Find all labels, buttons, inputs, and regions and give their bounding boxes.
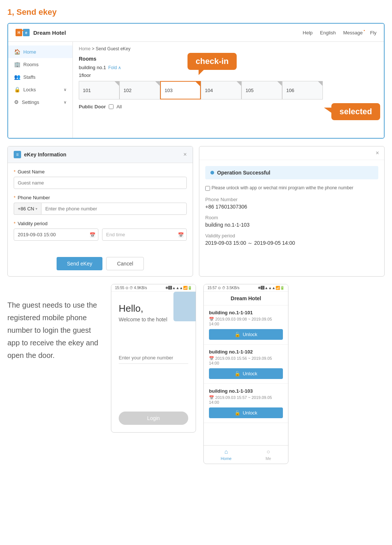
all-checkbox[interactable] [109,104,114,109]
nav-home-label: Home [221,456,232,461]
phone-input[interactable] [41,203,187,215]
hotel-logo-icon: H e [16,27,30,38]
room-102[interactable]: 102 [119,81,160,99]
success-body: Operation Successful Please unlock with … [199,160,384,258]
statusbar-left-rooms: 15:57 ⊙ ⏱ 3.5KB/s [207,286,239,290]
hotel-sidebar: 🏠 Home 🏢 Rooms 👥 Staffs 🔒 Locks ∨ ⚙ Sett… [8,42,73,138]
cancel-button[interactable]: Cancel [106,257,144,270]
rooms-icon: 🏢 [14,61,20,67]
unlock-button-103[interactable]: 🔓 Unlock [209,407,283,418]
phone-prefix-arrow: ▾ [36,207,37,211]
success-phone-value: +86 17601307306 [205,204,378,210]
callout-selected: selected [331,103,380,120]
phone-bottom-nav: ⌂ Home ○ Me [204,445,288,464]
modal-title: eKey Information [24,152,66,158]
success-dot-icon [210,171,214,175]
unlock-label-103: Unlock [243,410,257,416]
phone-prefix-value: +86 CN [18,206,34,211]
sidebar-item-locks[interactable]: 🔒 Locks ∨ [8,83,72,96]
fold-label: Fold [108,65,117,70]
validity-group: * Validity period 📅 📅 [14,221,187,241]
success-note: Please unlock with app or wechat mini pr… [205,185,378,191]
sidebar-item-settings[interactable]: ⚙ Settings ∨ [8,96,72,108]
phone-rooms-header: Dream Hotel [204,292,288,305]
room-corner-106 [318,81,322,86]
hotel-nav-right: Help English Message Fly [303,30,376,35]
room-101[interactable]: 101 [79,81,119,99]
modal-header: ≡ eKey Information × [8,146,193,163]
login-button[interactable]: Login [119,412,188,425]
unlock-button-101[interactable]: 🔓 Unlock [209,329,283,340]
start-date-input[interactable] [14,229,98,241]
guest-name-input[interactable] [14,177,187,189]
room-106[interactable]: 106 [282,81,323,99]
locks-icon: 🔒 [14,87,20,92]
guest-name-group: * Guest Name [14,169,187,189]
room-103[interactable]: 103 [160,81,201,99]
success-room-label: Room [205,215,378,220]
room-102-dates: 📅 2019.09.03 15:56 ~ 2019.09.05 14:00 [209,356,283,365]
start-date-wrap: 📅 [14,229,98,241]
fold-link[interactable]: Fold ∧ [108,65,122,70]
phone-label: * Phone Number [14,195,187,200]
sidebar-item-home[interactable]: 🏠 Home [8,45,72,58]
phone-rooms-mockup: 15:57 ⊙ ⏱ 3.5KB/s ✱🆂▲▲▲📶🔋 Dream Hotel bu… [203,284,288,464]
sidebar-label-staffs: Staffs [23,74,36,80]
nav-home-button[interactable]: ⌂ Home [221,448,232,461]
hotel-main-content: Home > Send Guest eKey Rooms building no… [73,42,384,138]
nav-fly[interactable]: Fly [370,30,376,35]
room-103-name: building no.1-1-103 [209,388,283,394]
breadcrumb-home[interactable]: Home [79,46,91,51]
nav-me-button[interactable]: ○ Me [266,448,271,461]
room-corner-104 [237,81,241,86]
nav-help[interactable]: Help [303,30,313,35]
send-ekey-button[interactable]: Send eKey [57,257,103,270]
unlock-button-102[interactable]: 🔓 Unlock [209,368,283,379]
nav-language[interactable]: English [320,30,336,35]
breadcrumb: Home > Send Guest eKey [79,46,378,51]
locks-expand-icon: ∨ [64,87,67,92]
success-note-text: Please unlock with app or wechat mini pr… [212,185,354,190]
success-banner: Operation Successful [205,166,378,179]
settings-icon: ⚙ [14,99,19,105]
statusbar-right-login: ✱🆂▲▲▲📶🔋 [165,286,192,290]
svg-text:e: e [25,31,27,35]
floor-label: 1floor [79,72,378,78]
end-date-input[interactable] [102,229,187,241]
sidebar-label-home: Home [23,49,36,55]
statusbar-left-login: 15:55 ⊙ ⏱ 4.9KB/s [115,286,147,290]
success-phone-field: Phone Number +86 17601307306 [205,197,378,210]
unlock-label-102: Unlock [243,371,257,376]
sidebar-item-rooms[interactable]: 🏢 Rooms [8,58,72,71]
breadcrumb-separator: > [92,46,95,51]
room-corner-105 [277,81,282,86]
building-name: building no.1 [79,65,106,70]
hotel-name: Dream Hotel [33,30,66,36]
unlock-checkbox[interactable] [205,186,210,191]
hotel-header: H e Dream Hotel Help English Message Fly [8,24,384,42]
success-validity-label: Validity period [205,233,378,238]
sidebar-item-staffs[interactable]: 👥 Staffs [8,71,72,83]
phone-login-mid [119,352,188,379]
success-validity-value: 2019-09-03 15:00 ～ 2019-09-05 14:00 [205,240,378,247]
success-validity-field: Validity period 2019-09-03 15:00 ～ 2019-… [205,233,378,247]
modal-close-button[interactable]: × [183,152,187,158]
success-close-button[interactable]: × [376,150,379,156]
phone-prefix-dropdown[interactable]: +86 CN ▾ [14,203,41,215]
room-104[interactable]: 104 [201,81,241,99]
phone-login-body-wrapper: Hello, Welcome to the hotel Login [111,292,196,432]
me-nav-icon: ○ [267,448,270,455]
unlock-icon-103: 🔓 [234,410,240,416]
sidebar-label-rooms: Rooms [23,62,38,67]
phone-number-field[interactable] [119,352,188,364]
phone-login-mockup: 15:55 ⊙ ⏱ 4.9KB/s ✱🆂▲▲▲📶🔋 Hello, Welcome… [111,284,196,433]
nav-message[interactable]: Message [343,30,363,35]
page-title: 1, Send ekey [7,7,385,17]
phone-rooms-statusbar: 15:57 ⊙ ⏱ 3.5KB/s ✱🆂▲▲▲📶🔋 [204,284,288,292]
home-nav-icon: ⌂ [224,448,228,455]
unlock-icon-102: 🔓 [234,371,240,376]
two-panel-row: ≡ eKey Information × * Guest Name * Phon… [7,146,385,277]
success-room-value: building no.1-1-103 [205,222,378,228]
room-105[interactable]: 105 [241,81,282,99]
success-room-field: Room building no.1-1-103 [205,215,378,228]
